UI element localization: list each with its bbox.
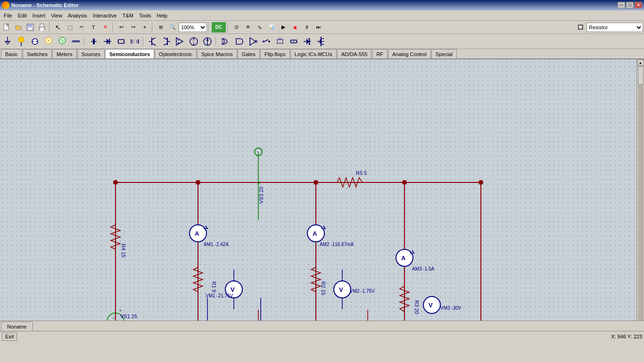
capacitor-symbol[interactable]: [87, 35, 100, 48]
voltage-source-symbol[interactable]: +−: [187, 35, 200, 48]
fuse-symbol[interactable]: [287, 35, 300, 48]
resistor-symbol[interactable]: [115, 35, 128, 48]
svg-text:AM2 -116.67mA: AM2 -116.67mA: [320, 242, 354, 247]
zoom-in-button[interactable]: +: [139, 22, 150, 33]
svg-point-61: [268, 41, 270, 42]
print-button[interactable]: [36, 22, 48, 33]
status-bar: Exit X: 946 Y: 223: [0, 331, 644, 341]
open-button[interactable]: [13, 22, 24, 33]
zoom-out-button[interactable]: 🔍: [167, 22, 178, 33]
tab-ad/da-555[interactable]: AD/DA-555: [337, 49, 372, 58]
tab-gates[interactable]: Gates: [238, 49, 260, 58]
node-symbol[interactable]: [28, 35, 41, 48]
scope-button[interactable]: 📊: [266, 22, 277, 33]
current-source-symbol[interactable]: [201, 35, 214, 48]
coordinates-display: X: 946 Y: 223: [611, 334, 642, 339]
sep-4: [208, 23, 210, 32]
wave-button[interactable]: ∿: [254, 22, 265, 33]
svg-rect-3: [28, 24, 32, 26]
menu-item-insert[interactable]: Insert: [30, 12, 49, 19]
run-button[interactable]: ▶: [278, 22, 289, 33]
tab-semiconductors[interactable]: Semiconductors: [105, 49, 154, 58]
redo-button[interactable]: ↪: [127, 22, 139, 33]
tab-sources[interactable]: Sources: [77, 49, 105, 58]
tab-bar: BasicSwitchesMetersSourcesSemiconductors…: [0, 49, 644, 59]
title-left: Noname - Schematic Editor: [2, 1, 79, 9]
vertical-scrollbar[interactable]: ▲ ▼: [636, 59, 644, 334]
dc-button[interactable]: DC: [212, 22, 226, 33]
step-button[interactable]: ⏭: [313, 22, 324, 33]
close-button[interactable]: ✕: [635, 2, 642, 8]
menu-item-file[interactable]: File: [1, 12, 15, 19]
lamp-button[interactable]: ☀: [242, 22, 254, 33]
bulb-symbol[interactable]: [42, 35, 55, 48]
exit-button[interactable]: Exit: [2, 332, 17, 341]
vscroll-thumb[interactable]: [638, 66, 644, 85]
led-symbol[interactable]: [56, 35, 69, 48]
and-gate-symbol[interactable]: [232, 35, 246, 48]
zener-symbol[interactable]: [301, 35, 314, 48]
sheet-tab[interactable]: Noname: [1, 321, 33, 331]
menu-item-help[interactable]: Help: [154, 12, 171, 19]
tab-optoelectronic[interactable]: Optoelectronic: [155, 49, 197, 58]
zoom-select[interactable]: 100%50%150%200%: [179, 23, 207, 32]
component-select[interactable]: Resistor CapacitorInductorDiode: [586, 23, 643, 32]
transistor-pnp-symbol[interactable]: [160, 35, 173, 48]
tab-flip-flops[interactable]: Flip-flops: [260, 49, 290, 58]
menu-item-t&m[interactable]: T&M: [120, 12, 136, 19]
svg-text:VM2 -1.75V: VM2 -1.75V: [350, 288, 375, 294]
delete-tool[interactable]: ✕: [99, 22, 111, 33]
transformer-symbol[interactable]: [128, 35, 141, 48]
opamp-symbol[interactable]: [173, 35, 187, 48]
not-gate-symbol[interactable]: [246, 35, 259, 48]
select-region-tool[interactable]: ⬚: [64, 22, 75, 33]
vcc-symbol[interactable]: [15, 35, 28, 48]
vscroll-up[interactable]: ▲: [637, 59, 644, 66]
probe-tool[interactable]: ⊙: [231, 22, 242, 33]
tab-special[interactable]: Special: [431, 49, 457, 58]
transistor-npn-symbol[interactable]: [146, 35, 159, 48]
zoom-fit-button[interactable]: ⊞: [155, 22, 166, 33]
pause-button[interactable]: ⏸: [301, 22, 313, 33]
menu-item-interactive[interactable]: Interactive: [90, 12, 120, 19]
switch-symbol[interactable]: [260, 35, 273, 48]
svg-marker-57: [206, 39, 209, 41]
text-tool[interactable]: T: [88, 22, 99, 33]
menu-item-view[interactable]: View: [48, 12, 65, 19]
svg-text:A: A: [313, 230, 317, 237]
tab-switches[interactable]: Switches: [23, 49, 52, 58]
svg-rect-6: [40, 24, 44, 27]
undo-button[interactable]: ↩: [116, 22, 127, 33]
tab-meters[interactable]: Meters: [52, 49, 77, 58]
ground-symbol[interactable]: [1, 35, 14, 48]
tab-basic[interactable]: Basic: [1, 49, 22, 58]
menu-item-edit[interactable]: Edit: [15, 12, 30, 19]
select-tool[interactable]: ↖: [52, 22, 64, 33]
svg-point-147: [402, 180, 407, 185]
schematic-area[interactable]: R5 5 + − VS1 25 + − VS2 30 VS3 20 R4 15 …: [0, 59, 644, 341]
save-button[interactable]: [25, 22, 36, 33]
xor-gate-symbol[interactable]: [219, 35, 232, 48]
tab-rf[interactable]: RF: [372, 49, 388, 58]
diode-symbol[interactable]: [101, 35, 114, 48]
minimize-button[interactable]: ─: [618, 2, 625, 8]
tab-analog-control[interactable]: Analog Control: [388, 49, 431, 58]
component-pick-button[interactable]: 🔲: [575, 22, 586, 33]
svg-rect-63: [277, 40, 283, 43]
inductor-symbol[interactable]: [69, 35, 83, 48]
wire-tool[interactable]: ✏: [76, 22, 87, 33]
title-buttons: ─ □ ✕: [618, 2, 642, 8]
tab-spice-macros[interactable]: Spice Macros: [197, 49, 237, 58]
svg-marker-46: [176, 38, 183, 45]
stop-button[interactable]: ■: [289, 22, 301, 33]
maximize-button[interactable]: □: [626, 2, 634, 8]
sep-2: [112, 23, 114, 32]
svg-text:+: +: [257, 180, 260, 186]
menu-item-analysis[interactable]: Analysis: [65, 12, 90, 19]
relay-symbol[interactable]: [273, 35, 287, 48]
menu-item-tools[interactable]: Tools: [136, 12, 154, 19]
mosfet-symbol[interactable]: [314, 35, 328, 48]
svg-point-149: [479, 180, 483, 185]
new-button[interactable]: [1, 22, 12, 33]
tab-logic-ics-mcus[interactable]: Logic ICs-MCUs: [290, 49, 337, 58]
